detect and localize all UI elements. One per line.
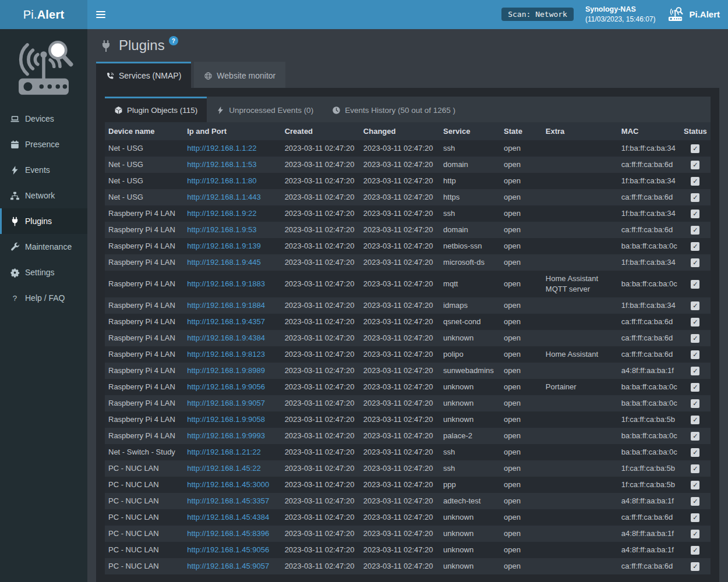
ip-port-link[interactable]: http://192.168.1.9:8123: [187, 350, 265, 359]
ip-port-link[interactable]: http://192.168.1.9:139: [187, 242, 261, 250]
sidebar-item-settings[interactable]: Settings: [0, 260, 87, 285]
status-checkbox-checked[interactable]: ✓: [691, 399, 699, 408]
tab-label: Unprocessed Events (0): [229, 106, 313, 115]
status-checkbox-checked[interactable]: ✓: [691, 546, 699, 555]
ip-port-link[interactable]: http://192.168.1.9:22: [187, 209, 256, 218]
ip-port-link[interactable]: http://192.168.1.9:1884: [187, 301, 265, 310]
cell-extra: [542, 205, 618, 222]
cell-changed: 2023-03-11 02:47:20: [360, 460, 440, 477]
inner-tab-unprocessed-events-0[interactable]: Unprocessed Events (0): [207, 97, 323, 122]
inner-tab-plugin-objects-115[interactable]: Plugin Objects (115): [105, 97, 207, 122]
ip-port-link[interactable]: http://192.168.1.9:445: [187, 258, 261, 267]
cell-status: ✓: [680, 297, 711, 314]
help-badge[interactable]: ?: [169, 36, 178, 45]
column-header-device-name[interactable]: Device name: [105, 122, 183, 140]
ip-port-link[interactable]: http://192.168.1.9:8989: [187, 366, 265, 375]
status-checkbox-checked[interactable]: ✓: [691, 497, 699, 506]
ip-port-link[interactable]: http://192.168.1.9:9057: [187, 399, 265, 407]
cell-service: unknown: [440, 330, 500, 346]
status-checkbox-checked[interactable]: ✓: [691, 280, 699, 289]
tab-services-nmap[interactable]: Services (NMAP): [96, 62, 191, 88]
cell-device-name: Raspberry Pi 4 LAN: [105, 411, 183, 428]
ip-port-link[interactable]: http://192.168.1.9:1883: [187, 279, 265, 288]
status-checkbox-checked[interactable]: ✓: [691, 383, 699, 392]
cell-mac: ca:ff:ff:ca:ba:6d: [618, 558, 680, 574]
status-checkbox-checked[interactable]: ✓: [691, 530, 699, 538]
scan-status-badge[interactable]: Scan: Network: [501, 8, 574, 21]
sidebar-item-label: Help / FAQ: [25, 293, 65, 303]
tab-website-monitor[interactable]: Website monitor: [194, 62, 285, 88]
inner-tab-events-history-50-out-of-1265[interactable]: Events History (50 out of 1265 ): [323, 97, 465, 122]
column-header-service[interactable]: Service: [440, 122, 500, 140]
status-checkbox-checked[interactable]: ✓: [691, 193, 699, 202]
ip-port-link[interactable]: http://192.168.1.45:3357: [187, 496, 269, 505]
table-row: Raspberry Pi 4 LANhttp://192.168.1.9:905…: [105, 379, 711, 395]
ip-port-link[interactable]: http://192.168.1.1:80: [187, 176, 256, 185]
column-header-changed[interactable]: Changed: [360, 122, 440, 140]
ip-port-link[interactable]: http://192.168.1.9:9993: [187, 431, 265, 440]
ip-port-link[interactable]: http://192.168.1.45:3000: [187, 480, 269, 489]
status-checkbox-checked[interactable]: ✓: [691, 334, 699, 343]
column-header-status[interactable]: Status: [680, 122, 711, 140]
cell-service: unknown: [440, 395, 500, 411]
ip-port-link[interactable]: http://192.168.1.1:53: [187, 160, 256, 169]
ip-port-link[interactable]: http://192.168.1.45:9057: [187, 562, 269, 570]
status-checkbox-checked[interactable]: ✓: [691, 144, 699, 153]
cell-service: ssh: [440, 205, 500, 222]
status-checkbox-checked[interactable]: ✓: [691, 301, 699, 310]
ip-port-link[interactable]: http://192.168.1.45:8396: [187, 529, 269, 538]
ip-port-link[interactable]: http://192.168.1.9:4357: [187, 317, 265, 326]
table-body: Net - USGhttp://192.168.1.1:222023-03-11…: [105, 140, 711, 574]
ip-port-link[interactable]: http://192.168.1.21:22: [187, 448, 261, 456]
column-header-mac[interactable]: MAC: [618, 122, 680, 140]
ip-port-link[interactable]: http://192.168.1.1:22: [187, 144, 256, 152]
ip-port-link[interactable]: http://192.168.1.9:9056: [187, 382, 265, 391]
status-checkbox-checked[interactable]: ✓: [691, 513, 699, 522]
sidebar-item-devices[interactable]: Devices: [0, 106, 87, 132]
sidebar-item-events[interactable]: Events: [0, 157, 87, 183]
column-header-ip-and-port[interactable]: Ip and Port: [183, 122, 281, 140]
status-checkbox-checked[interactable]: ✓: [691, 562, 699, 571]
cell-ip-port: http://192.168.1.1:22: [183, 140, 281, 157]
status-checkbox-checked[interactable]: ✓: [691, 318, 699, 327]
status-checkbox-checked[interactable]: ✓: [691, 481, 699, 489]
ip-port-link[interactable]: http://192.168.1.9:4384: [187, 333, 265, 342]
cell-created: 2023-03-11 02:47:20: [281, 238, 360, 254]
status-checkbox-checked[interactable]: ✓: [691, 258, 699, 267]
sidebar-item-help-faq[interactable]: ?Help / FAQ: [0, 285, 87, 311]
status-checkbox-checked[interactable]: ✓: [691, 432, 699, 441]
table-row: Raspberry Pi 4 LANhttp://192.168.1.9:905…: [105, 411, 711, 428]
ip-port-link[interactable]: http://192.168.1.45:9056: [187, 545, 269, 554]
ip-port-link[interactable]: http://192.168.1.9:9058: [187, 415, 265, 424]
sidebar-logo[interactable]: Pi.Alert: [0, 0, 87, 29]
cell-changed: 2023-03-11 02:47:20: [360, 205, 440, 222]
column-header-created[interactable]: Created: [281, 122, 360, 140]
cell-service: polipo: [440, 346, 500, 363]
ip-port-link[interactable]: http://192.168.1.1:443: [187, 193, 261, 201]
status-checkbox-checked[interactable]: ✓: [691, 367, 699, 375]
column-header-extra[interactable]: Extra: [542, 122, 618, 140]
status-checkbox-checked[interactable]: ✓: [691, 350, 699, 359]
sidebar-item-presence[interactable]: Presence: [0, 132, 87, 157]
cell-device-name: Raspberry Pi 4 LAN: [105, 428, 183, 444]
cell-mac: 1f:ba:ff:ca:ba:34: [618, 205, 680, 222]
ip-port-link[interactable]: http://192.168.1.45:4384: [187, 513, 269, 521]
sidebar-item-plugins[interactable]: Plugins: [0, 208, 87, 234]
sidebar-toggle-button[interactable]: [87, 0, 114, 29]
status-checkbox-checked[interactable]: ✓: [691, 226, 699, 235]
ip-port-link[interactable]: http://192.168.1.9:53: [187, 225, 256, 234]
cell-status: ✓: [680, 411, 711, 428]
status-checkbox-checked[interactable]: ✓: [691, 210, 699, 218]
column-header-state[interactable]: State: [500, 122, 542, 140]
ip-port-link[interactable]: http://192.168.1.45:22: [187, 464, 261, 473]
status-checkbox-checked[interactable]: ✓: [691, 416, 699, 424]
status-checkbox-checked[interactable]: ✓: [691, 464, 699, 473]
navbar-brand[interactable]: Pi.Alert: [667, 7, 720, 22]
status-checkbox-checked[interactable]: ✓: [691, 177, 699, 186]
status-checkbox-checked[interactable]: ✓: [691, 242, 699, 251]
sidebar-item-network[interactable]: Network: [0, 183, 87, 208]
cell-ip-port: http://192.168.1.1:53: [183, 157, 281, 173]
status-checkbox-checked[interactable]: ✓: [691, 161, 699, 169]
status-checkbox-checked[interactable]: ✓: [691, 448, 699, 457]
sidebar-item-maintenance[interactable]: Maintenance: [0, 234, 87, 260]
